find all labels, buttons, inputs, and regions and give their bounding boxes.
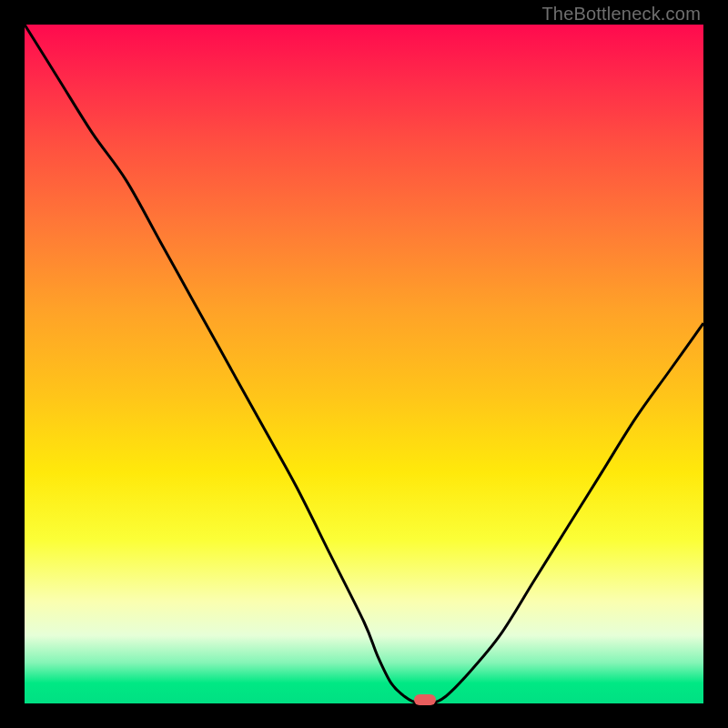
watermark-text: TheBottleneck.com [541,4,701,25]
curve-path [25,25,703,703]
bottleneck-curve [25,25,703,703]
plot-area [25,25,703,703]
chart-frame: TheBottleneck.com [0,0,728,728]
minimum-marker [414,694,436,705]
